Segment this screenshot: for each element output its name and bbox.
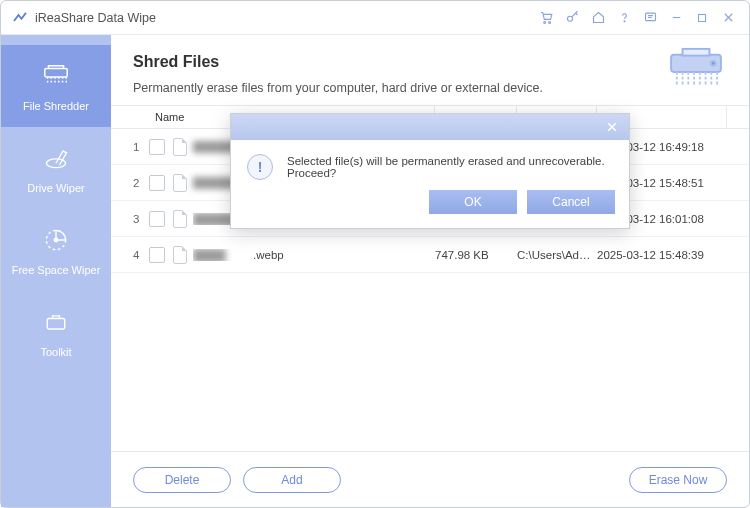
drive-wiper-icon <box>40 142 72 174</box>
footer: Delete Add Erase Now <box>111 451 749 507</box>
svg-rect-6 <box>45 69 68 77</box>
maximize-button[interactable] <box>689 5 715 31</box>
svg-rect-5 <box>699 14 706 21</box>
file-icon <box>173 138 187 156</box>
sidebar: File Shredder Drive Wiper <box>1 35 111 507</box>
erase-now-button[interactable]: Erase Now <box>629 467 727 493</box>
table-row[interactable]: 4 ████ .webp 747.98 KB C:\Users\Admi... … <box>111 237 749 273</box>
free-space-icon <box>40 224 72 256</box>
svg-point-2 <box>567 16 572 21</box>
svg-point-3 <box>624 21 625 22</box>
dialog-cancel-button[interactable]: Cancel <box>527 190 615 214</box>
minimize-button[interactable] <box>663 5 689 31</box>
row-index: 2 <box>133 177 149 189</box>
titlebar: iReaShare Data Wipe <box>1 1 749 35</box>
svg-point-0 <box>543 22 545 24</box>
alert-icon: ! <box>247 154 273 180</box>
page-header: Shred Files Permanently erase files from… <box>111 35 749 105</box>
close-button[interactable] <box>715 5 741 31</box>
svg-rect-4 <box>645 13 655 21</box>
cart-icon[interactable] <box>533 5 559 31</box>
row-index: 1 <box>133 141 149 153</box>
dialog-close-icon[interactable] <box>603 118 621 136</box>
row-checkbox[interactable] <box>149 139 165 155</box>
page-title: Shred Files <box>133 53 727 71</box>
sidebar-item-free-space-wiper[interactable]: Free Space Wiper <box>1 209 111 291</box>
dialog-titlebar <box>231 114 629 140</box>
row-index: 3 <box>133 213 149 225</box>
svg-rect-12 <box>683 49 710 56</box>
confirm-dialog: ! Selected file(s) will be permanently e… <box>230 113 630 229</box>
app-title: iReaShare Data Wipe <box>35 11 156 25</box>
app-window: iReaShare Data Wipe <box>0 0 750 508</box>
svg-point-1 <box>548 22 550 24</box>
sidebar-item-label: File Shredder <box>23 100 89 112</box>
file-size: 747.98 KB <box>435 249 517 261</box>
svg-point-9 <box>54 238 58 242</box>
sidebar-item-label: Free Space Wiper <box>12 264 101 276</box>
page-subtitle: Permanently erase files from your comput… <box>133 81 727 95</box>
file-icon <box>173 210 187 228</box>
svg-point-13 <box>711 61 716 66</box>
home-icon[interactable] <box>585 5 611 31</box>
row-checkbox[interactable] <box>149 175 165 191</box>
shredder-icon <box>40 60 72 92</box>
main-panel: Shred Files Permanently erase files from… <box>111 35 749 507</box>
dialog-message: Selected file(s) will be permanently era… <box>287 155 613 179</box>
file-icon <box>173 246 187 264</box>
key-icon[interactable] <box>559 5 585 31</box>
file-date: 2025-03-12 15:48:39 <box>597 249 737 261</box>
sidebar-item-label: Drive Wiper <box>27 182 84 194</box>
sidebar-item-file-shredder[interactable]: File Shredder <box>1 45 111 127</box>
file-path: C:\Users\Admi... <box>517 249 597 261</box>
add-button[interactable]: Add <box>243 467 341 493</box>
sidebar-item-toolkit[interactable]: Toolkit <box>1 291 111 373</box>
help-icon[interactable] <box>611 5 637 31</box>
toolkit-icon <box>40 306 72 338</box>
row-checkbox[interactable] <box>149 247 165 263</box>
row-checkbox[interactable] <box>149 211 165 227</box>
sidebar-item-drive-wiper[interactable]: Drive Wiper <box>1 127 111 209</box>
file-icon <box>173 174 187 192</box>
sidebar-item-label: Toolkit <box>40 346 71 358</box>
shredder-illustration-icon <box>665 47 727 97</box>
dialog-ok-button[interactable]: OK <box>429 190 517 214</box>
svg-rect-10 <box>47 319 65 330</box>
row-index: 4 <box>133 249 149 261</box>
feedback-icon[interactable] <box>637 5 663 31</box>
app-logo-icon <box>11 9 29 27</box>
file-name-blur: ████ <box>193 249 253 261</box>
file-ext: .webp <box>253 249 284 261</box>
delete-button[interactable]: Delete <box>133 467 231 493</box>
